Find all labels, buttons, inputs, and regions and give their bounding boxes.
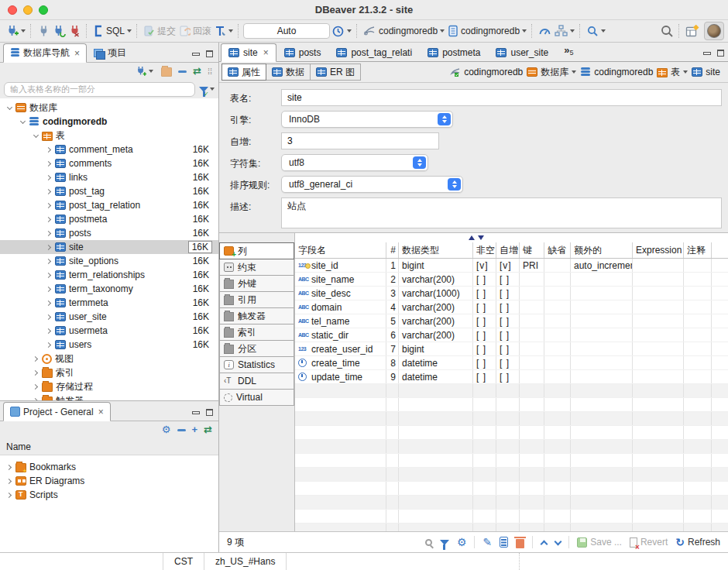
- chevron-icon[interactable]: [6, 492, 13, 499]
- tree-item[interactable]: comments 16K: [0, 156, 218, 170]
- cell-data-type[interactable]: varchar(200): [399, 273, 473, 286]
- object-side-tab[interactable]: 引用: [219, 291, 294, 308]
- object-side-tab[interactable]: ‹T DDL: [219, 373, 294, 390]
- grid-row[interactable]: 123site_id 1 bigint [v] [v] PRI auto_inc…: [295, 259, 728, 273]
- cell-comment[interactable]: [684, 328, 712, 342]
- cell-auto-increment-checkbox[interactable]: [v]: [496, 259, 520, 272]
- cell-auto-increment-checkbox[interactable]: [ ]: [496, 273, 520, 286]
- cell-not-null-checkbox[interactable]: [v]: [473, 259, 496, 272]
- cell-expression[interactable]: [633, 328, 684, 342]
- cell-comment[interactable]: [684, 300, 712, 314]
- cell-not-null-checkbox[interactable]: [ ]: [473, 342, 496, 355]
- save-button[interactable]: Save ...: [577, 537, 622, 548]
- breadcrumb-item[interactable]: 表: [657, 66, 688, 79]
- project-item[interactable]: Scripts: [0, 488, 218, 502]
- cell-expression[interactable]: [633, 273, 684, 286]
- chevron-icon[interactable]: [46, 188, 53, 195]
- network-profile-button[interactable]: [553, 22, 576, 39]
- chevron-icon[interactable]: [6, 478, 13, 485]
- table-name-field[interactable]: [281, 89, 722, 106]
- editor-subtab[interactable]: 数据: [266, 64, 311, 81]
- cell-extra[interactable]: [571, 356, 633, 369]
- tree-item[interactable]: 数据库: [0, 101, 218, 115]
- tree-item[interactable]: 视图: [0, 352, 218, 366]
- commit-button[interactable]: 提交: [142, 22, 177, 39]
- cell-key[interactable]: [520, 370, 544, 383]
- chevron-icon[interactable]: [6, 105, 13, 112]
- grid-settings-gear-icon[interactable]: ⚙: [457, 537, 467, 548]
- tree-item[interactable]: post_tag 16K: [0, 184, 218, 198]
- tree-item[interactable]: 触发器: [0, 393, 218, 400]
- cell-not-null-checkbox[interactable]: [ ]: [473, 287, 496, 300]
- editor-tab[interactable]: post_tag_relati: [328, 43, 420, 62]
- chevron-icon[interactable]: [46, 202, 53, 209]
- charset-select[interactable]: utf8: [281, 154, 428, 171]
- tab-projects[interactable]: 项目: [87, 43, 133, 63]
- editor-subtab[interactable]: 属性: [221, 64, 266, 81]
- object-side-tab[interactable]: i Statistics: [219, 356, 294, 373]
- grid-column-header[interactable]: Expression: [633, 242, 684, 258]
- cell-not-null-checkbox[interactable]: [ ]: [473, 370, 496, 383]
- cell-ordinal[interactable]: 7: [386, 342, 399, 355]
- editor-tab[interactable]: site ×: [221, 43, 276, 62]
- chevron-icon[interactable]: [33, 132, 39, 139]
- chevron-icon[interactable]: [46, 342, 53, 349]
- cell-default[interactable]: [544, 287, 571, 300]
- rollback-button[interactable]: 回滚: [177, 22, 213, 39]
- commit-mode-combo[interactable]: Auto: [243, 23, 330, 39]
- grid-row[interactable]: ABCtel_name 5 varchar(200) [ ] [ ]: [295, 314, 728, 328]
- chevron-icon[interactable]: [46, 174, 53, 181]
- chevron-icon[interactable]: [46, 286, 53, 293]
- object-side-tab[interactable]: 外键: [219, 275, 294, 292]
- auto-increment-field[interactable]: [281, 132, 439, 149]
- collation-select[interactable]: utf8_general_ci: [281, 176, 463, 193]
- refresh-button[interactable]: ↻ Refresh: [675, 537, 720, 548]
- table-filter-input[interactable]: [4, 82, 195, 97]
- cell-expression[interactable]: [633, 287, 684, 300]
- cell-key[interactable]: [520, 328, 544, 342]
- timezone-indicator[interactable]: CST: [163, 553, 204, 570]
- dashboard-button[interactable]: [537, 22, 553, 39]
- chevron-icon[interactable]: [46, 328, 53, 335]
- cell-key[interactable]: [520, 342, 544, 355]
- tab-overflow-button[interactable]: » 5: [564, 44, 573, 61]
- cell-data-type[interactable]: varchar(200): [399, 314, 473, 328]
- close-icon[interactable]: ×: [74, 48, 80, 59]
- sort-asc-icon[interactable]: [469, 235, 475, 240]
- cell-comment[interactable]: [684, 287, 712, 300]
- chevron-icon[interactable]: [33, 397, 39, 401]
- cell-auto-increment-checkbox[interactable]: [ ]: [496, 287, 520, 300]
- editor-tab[interactable]: user_site: [488, 43, 556, 62]
- cell-extra[interactable]: [571, 328, 633, 342]
- transaction-mode-button[interactable]: [213, 22, 235, 39]
- chevron-icon[interactable]: [33, 355, 39, 362]
- cell-default[interactable]: [544, 356, 571, 369]
- chevron-icon[interactable]: [46, 258, 53, 265]
- object-side-tab[interactable]: Virtual: [219, 389, 294, 406]
- cell-data-type[interactable]: datetime: [399, 356, 473, 369]
- grid-column-header[interactable]: 数据类型: [399, 242, 473, 258]
- project-name-header[interactable]: Name: [0, 438, 218, 455]
- cell-ordinal[interactable]: 3: [386, 287, 399, 300]
- tree-item[interactable]: term_relationships 16K: [0, 268, 218, 282]
- dbeaver-perspective-button[interactable]: [704, 22, 724, 40]
- cell-key[interactable]: PRI: [520, 259, 544, 272]
- cell-ordinal[interactable]: 8: [386, 356, 399, 369]
- active-connection-selector[interactable]: codingmoredb: [362, 22, 446, 39]
- chevron-icon[interactable]: [19, 118, 26, 125]
- tree-item[interactable]: site_options 16K: [0, 254, 218, 268]
- cell-comment[interactable]: [684, 370, 712, 383]
- gear-icon[interactable]: ⚙: [162, 424, 171, 435]
- editor-tab[interactable]: posts: [276, 43, 329, 62]
- link-with-editor-icon[interactable]: ⇄: [193, 67, 201, 76]
- grid-row[interactable]: 123create_user_id 7 bigint [ ] [ ]: [295, 342, 728, 356]
- cell-key[interactable]: [520, 273, 544, 286]
- minimize-panel-button[interactable]: [192, 53, 200, 56]
- tree-item[interactable]: user_site 16K: [0, 310, 218, 324]
- cell-data-type[interactable]: datetime: [399, 370, 473, 383]
- cell-expression[interactable]: [633, 370, 684, 383]
- close-window-button[interactable]: [8, 5, 17, 15]
- tree-item[interactable]: links 16K: [0, 170, 218, 184]
- filter-config-button[interactable]: ✓: [199, 87, 215, 92]
- tab-project-general[interactable]: Project - General ×: [3, 402, 111, 421]
